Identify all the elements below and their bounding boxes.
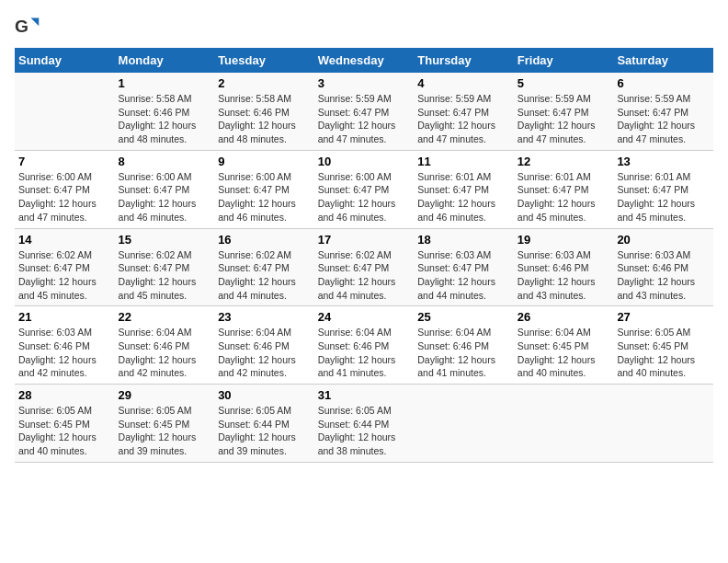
calendar-cell: 7Sunrise: 6:00 AMSunset: 6:47 PMDaylight… [15,150,115,228]
logo: G [15,15,44,40]
day-number: 9 [218,155,311,168]
day-number: 8 [119,155,211,168]
column-header-sunday: Sunday [15,48,115,73]
calendar-cell: 2Sunrise: 5:58 AMSunset: 6:46 PMDaylight… [214,73,314,150]
calendar-cell: 3Sunrise: 5:59 AMSunset: 6:47 PMDaylight… [314,73,415,150]
day-info: Sunrise: 6:00 AMSunset: 6:47 PMDaylight:… [318,170,411,224]
day-info: Sunrise: 6:05 AMSunset: 6:45 PMDaylight:… [119,404,211,458]
day-number: 20 [617,233,710,247]
day-info: Sunrise: 5:59 AMSunset: 6:47 PMDaylight:… [518,92,610,146]
day-info: Sunrise: 6:04 AMSunset: 6:45 PMDaylight:… [518,326,610,380]
day-info: Sunrise: 6:03 AMSunset: 6:46 PMDaylight:… [18,326,111,380]
day-info: Sunrise: 6:02 AMSunset: 6:47 PMDaylight:… [318,248,411,303]
day-info: Sunrise: 6:05 AMSunset: 6:44 PMDaylight:… [318,404,411,458]
calendar-cell: 24Sunrise: 6:04 AMSunset: 6:46 PMDayligh… [314,306,415,385]
calendar-cell [15,73,115,150]
calendar-cell: 18Sunrise: 6:03 AMSunset: 6:47 PMDayligh… [414,228,514,306]
column-header-monday: Monday [115,48,215,73]
calendar-cell: 30Sunrise: 6:05 AMSunset: 6:44 PMDayligh… [214,385,314,463]
calendar-cell: 19Sunrise: 6:03 AMSunset: 6:46 PMDayligh… [514,228,614,306]
calendar-table: SundayMondayTuesdayWednesdayThursdayFrid… [15,48,713,463]
calendar-cell: 5Sunrise: 5:59 AMSunset: 6:47 PMDaylight… [514,73,614,150]
day-info: Sunrise: 6:03 AMSunset: 6:47 PMDaylight:… [417,248,510,303]
calendar-cell: 31Sunrise: 6:05 AMSunset: 6:44 PMDayligh… [314,385,415,463]
calendar-cell: 27Sunrise: 6:05 AMSunset: 6:45 PMDayligh… [613,306,713,385]
day-info: Sunrise: 6:01 AMSunset: 6:47 PMDaylight:… [617,170,710,224]
day-info: Sunrise: 6:02 AMSunset: 6:47 PMDaylight:… [218,248,311,303]
day-number: 23 [218,310,311,324]
day-info: Sunrise: 6:03 AMSunset: 6:46 PMDaylight:… [617,248,710,303]
calendar-cell [613,385,713,463]
day-info: Sunrise: 6:01 AMSunset: 6:47 PMDaylight:… [417,170,510,224]
day-number: 10 [318,155,411,168]
day-number: 22 [119,310,211,324]
day-info: Sunrise: 6:01 AMSunset: 6:47 PMDaylight:… [518,170,610,224]
calendar-cell: 23Sunrise: 6:04 AMSunset: 6:46 PMDayligh… [214,306,314,385]
calendar-cell: 26Sunrise: 6:04 AMSunset: 6:45 PMDayligh… [514,306,614,385]
day-info: Sunrise: 6:00 AMSunset: 6:47 PMDaylight:… [18,170,111,224]
calendar-cell: 28Sunrise: 6:05 AMSunset: 6:45 PMDayligh… [15,385,115,463]
day-info: Sunrise: 6:04 AMSunset: 6:46 PMDaylight:… [318,326,411,380]
calendar-cell: 22Sunrise: 6:04 AMSunset: 6:46 PMDayligh… [115,306,215,385]
logo-icon: G [15,15,40,40]
day-number: 27 [617,310,710,324]
day-info: Sunrise: 6:05 AMSunset: 6:45 PMDaylight:… [18,404,111,458]
day-info: Sunrise: 6:00 AMSunset: 6:47 PMDaylight:… [218,170,311,224]
calendar-cell [414,385,514,463]
calendar-cell: 21Sunrise: 6:03 AMSunset: 6:46 PMDayligh… [15,306,115,385]
day-info: Sunrise: 6:02 AMSunset: 6:47 PMDaylight:… [18,248,111,303]
day-info: Sunrise: 6:02 AMSunset: 6:47 PMDaylight:… [119,248,211,303]
day-number: 21 [18,310,111,324]
day-info: Sunrise: 6:04 AMSunset: 6:46 PMDaylight:… [417,326,510,380]
day-number: 31 [318,388,411,402]
calendar-cell: 10Sunrise: 6:00 AMSunset: 6:47 PMDayligh… [314,150,415,228]
day-info: Sunrise: 6:00 AMSunset: 6:47 PMDaylight:… [119,170,211,224]
day-info: Sunrise: 6:05 AMSunset: 6:45 PMDaylight:… [617,326,710,380]
day-number: 11 [417,155,510,168]
calendar-cell: 17Sunrise: 6:02 AMSunset: 6:47 PMDayligh… [314,228,415,306]
day-info: Sunrise: 5:58 AMSunset: 6:46 PMDaylight:… [119,92,211,146]
calendar-cell [514,385,614,463]
day-number: 25 [417,310,510,324]
day-number: 6 [617,76,710,90]
calendar-header-row: SundayMondayTuesdayWednesdayThursdayFrid… [15,48,713,73]
day-number: 4 [417,76,510,90]
day-number: 2 [218,76,311,90]
day-number: 26 [518,310,610,324]
day-number: 3 [318,76,411,90]
day-info: Sunrise: 6:03 AMSunset: 6:46 PMDaylight:… [518,248,610,303]
day-number: 14 [18,233,111,247]
day-number: 28 [18,388,111,402]
day-number: 1 [119,76,211,90]
calendar-cell: 15Sunrise: 6:02 AMSunset: 6:47 PMDayligh… [115,228,215,306]
day-number: 17 [318,233,411,247]
calendar-cell: 9Sunrise: 6:00 AMSunset: 6:47 PMDaylight… [214,150,314,228]
column-header-thursday: Thursday [414,48,514,73]
day-info: Sunrise: 6:04 AMSunset: 6:46 PMDaylight:… [218,326,311,380]
calendar-cell: 14Sunrise: 6:02 AMSunset: 6:47 PMDayligh… [15,228,115,306]
calendar-week-row: 14Sunrise: 6:02 AMSunset: 6:47 PMDayligh… [15,228,713,306]
calendar-cell: 16Sunrise: 6:02 AMSunset: 6:47 PMDayligh… [214,228,314,306]
calendar-cell: 4Sunrise: 5:59 AMSunset: 6:47 PMDaylight… [414,73,514,150]
calendar-cell: 29Sunrise: 6:05 AMSunset: 6:45 PMDayligh… [115,385,215,463]
day-info: Sunrise: 5:59 AMSunset: 6:47 PMDaylight:… [417,92,510,146]
calendar-cell: 13Sunrise: 6:01 AMSunset: 6:47 PMDayligh… [613,150,713,228]
day-number: 12 [518,155,610,168]
calendar-cell: 20Sunrise: 6:03 AMSunset: 6:46 PMDayligh… [613,228,713,306]
day-number: 24 [318,310,411,324]
column-header-saturday: Saturday [613,48,713,73]
day-info: Sunrise: 6:05 AMSunset: 6:44 PMDaylight:… [218,404,311,458]
svg-text:G: G [15,17,28,36]
calendar-week-row: 1Sunrise: 5:58 AMSunset: 6:46 PMDaylight… [15,73,713,150]
day-number: 18 [417,233,510,247]
column-header-wednesday: Wednesday [314,48,415,73]
calendar-cell: 11Sunrise: 6:01 AMSunset: 6:47 PMDayligh… [414,150,514,228]
calendar-week-row: 21Sunrise: 6:03 AMSunset: 6:46 PMDayligh… [15,306,713,385]
day-number: 15 [119,233,211,247]
calendar-week-row: 7Sunrise: 6:00 AMSunset: 6:47 PMDaylight… [15,150,713,228]
day-info: Sunrise: 5:58 AMSunset: 6:46 PMDaylight:… [218,92,311,146]
day-number: 5 [518,76,610,90]
column-header-tuesday: Tuesday [214,48,314,73]
day-info: Sunrise: 5:59 AMSunset: 6:47 PMDaylight:… [318,92,411,146]
day-number: 19 [518,233,610,247]
